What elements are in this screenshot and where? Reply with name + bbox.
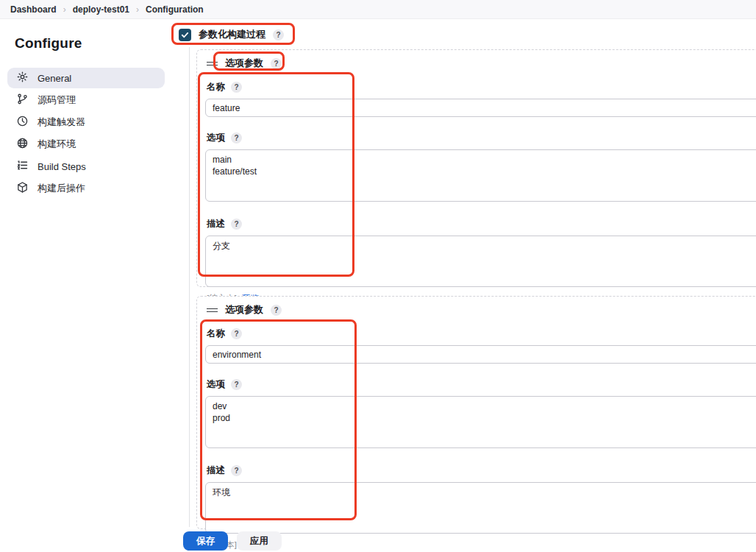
gear-icon bbox=[16, 71, 29, 85]
choice-parameter-section-2: 选项参数 ? 名称 ? 选项 ? dev prod 描述 ? 环境 [纯文本] … bbox=[196, 296, 756, 529]
description-field-label: 描述 ? bbox=[207, 464, 756, 477]
choices-field-label: 选项 ? bbox=[207, 132, 756, 144]
sidebar-item-post-build-actions[interactable]: 构建后操作 bbox=[7, 178, 165, 199]
sidebar-item-general[interactable]: General bbox=[7, 68, 165, 88]
parameter-header: 选项参数 ? bbox=[207, 57, 756, 70]
choices-field-label: 选项 ? bbox=[207, 378, 756, 391]
apply-button[interactable]: 应用 bbox=[237, 531, 282, 551]
sidebar-item-label: 构建环境 bbox=[38, 138, 76, 151]
ordered-list-icon bbox=[16, 159, 29, 174]
help-icon[interactable]: ? bbox=[231, 82, 242, 93]
sidebar-item-label: General bbox=[38, 73, 71, 84]
choice-parameter-section-1: 选项参数 ? 名称 ? 选项 ? main feature/test 描述 ? … bbox=[196, 49, 756, 287]
parameterized-build-row: 参数化构建过程 ? bbox=[179, 28, 284, 41]
choices-textarea[interactable]: main feature/test bbox=[205, 149, 756, 202]
help-icon[interactable]: ? bbox=[231, 379, 242, 390]
sidebar-item-label: 构建后操作 bbox=[38, 182, 85, 195]
save-button[interactable]: 保存 bbox=[183, 531, 228, 551]
breadcrumb-separator-icon: › bbox=[63, 4, 66, 15]
help-icon[interactable]: ? bbox=[271, 305, 282, 316]
config-main: 参数化构建过程 ? 选项参数 ? 名称 ? 选项 ? main feature/… bbox=[171, 19, 756, 552]
clock-icon bbox=[16, 115, 29, 130]
parameter-header: 选项参数 ? bbox=[207, 303, 756, 316]
field-label-text: 描述 bbox=[207, 464, 225, 477]
sidebar-menu: General 源码管理 构建触发器 bbox=[0, 68, 171, 199]
description-textarea[interactable]: 分支 bbox=[205, 236, 756, 287]
field-label-text: 描述 bbox=[207, 218, 225, 230]
preview-row: [纯文本] 预览 bbox=[207, 539, 756, 551]
form-actions: 保存 应用 bbox=[183, 531, 282, 551]
sidebar-item-source-code-management[interactable]: 源码管理 bbox=[7, 90, 165, 110]
section-indent-line bbox=[189, 47, 190, 527]
breadcrumb-job[interactable]: deploy-test01 bbox=[73, 4, 129, 15]
parameter-type-label: 选项参数 bbox=[225, 303, 263, 316]
description-textarea[interactable]: 环境 bbox=[205, 482, 756, 534]
breadcrumb-configuration[interactable]: Configuration bbox=[146, 4, 204, 15]
sidebar-item-build-triggers[interactable]: 构建触发器 bbox=[7, 112, 165, 132]
field-label-text: 选项 bbox=[207, 378, 225, 391]
help-icon[interactable]: ? bbox=[231, 328, 242, 339]
checkmark-icon bbox=[181, 31, 189, 39]
help-icon[interactable]: ? bbox=[273, 29, 284, 40]
name-input[interactable] bbox=[205, 345, 756, 364]
name-input[interactable] bbox=[205, 99, 756, 117]
help-icon[interactable]: ? bbox=[231, 132, 242, 144]
breadcrumb: Dashboard › deploy-test01 › Configuratio… bbox=[0, 0, 756, 19]
name-field-label: 名称 ? bbox=[207, 328, 756, 340]
field-label-text: 名称 bbox=[207, 81, 225, 93]
config-sidebar: Configure General 源码管理 bbox=[0, 19, 171, 552]
sidebar-item-build-steps[interactable]: Build Steps bbox=[7, 156, 165, 177]
field-label-text: 选项 bbox=[207, 132, 225, 144]
sidebar-item-label: 构建触发器 bbox=[38, 116, 85, 129]
globe-icon bbox=[16, 137, 29, 152]
parameterized-build-checkbox[interactable] bbox=[179, 29, 191, 41]
parameter-type-label: 选项参数 bbox=[225, 57, 263, 70]
name-field-label: 名称 ? bbox=[207, 81, 756, 93]
breadcrumb-separator-icon: › bbox=[136, 4, 139, 15]
jenkins-configure-page: Dashboard › deploy-test01 › Configuratio… bbox=[0, 0, 756, 552]
drag-handle-icon[interactable] bbox=[207, 62, 218, 66]
breadcrumb-dashboard[interactable]: Dashboard bbox=[10, 4, 57, 15]
sidebar-item-label: Build Steps bbox=[38, 161, 86, 172]
help-icon[interactable]: ? bbox=[231, 465, 242, 476]
parameterized-build-label: 参数化构建过程 bbox=[199, 28, 265, 41]
page-title: Configure bbox=[15, 35, 171, 52]
choices-textarea[interactable]: dev prod bbox=[205, 396, 756, 448]
field-label-text: 名称 bbox=[207, 328, 225, 340]
help-icon[interactable]: ? bbox=[231, 219, 242, 230]
help-icon[interactable]: ? bbox=[271, 58, 282, 69]
description-field-label: 描述 ? bbox=[207, 218, 756, 230]
git-branch-icon bbox=[16, 93, 29, 107]
sidebar-item-label: 源码管理 bbox=[38, 93, 76, 107]
cube-icon bbox=[16, 181, 29, 196]
drag-handle-icon[interactable] bbox=[207, 308, 218, 312]
sidebar-item-build-environment[interactable]: 构建环境 bbox=[7, 134, 165, 155]
